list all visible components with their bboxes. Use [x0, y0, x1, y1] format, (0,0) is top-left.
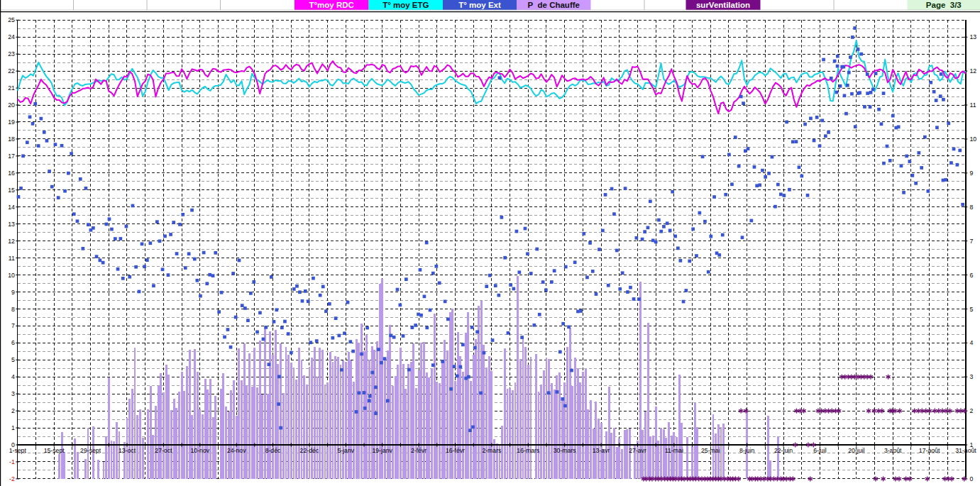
- svg-text:10: 10: [8, 272, 15, 279]
- svg-text:19: 19: [8, 118, 15, 126]
- svg-text:0: 0: [970, 475, 974, 482]
- svg-text:18: 18: [8, 136, 15, 143]
- svg-text:3-août: 3-août: [884, 447, 902, 454]
- svg-text:25-mai: 25-mai: [701, 447, 720, 454]
- svg-text:-2: -2: [9, 475, 15, 482]
- svg-text:29-sept: 29-sept: [80, 447, 101, 454]
- svg-text:24-nov: 24-nov: [227, 447, 246, 454]
- svg-text:16-mars: 16-mars: [517, 447, 540, 454]
- svg-text:22-déc: 22-déc: [300, 447, 319, 454]
- svg-text:5-janv: 5-janv: [337, 447, 354, 454]
- svg-text:15: 15: [8, 187, 15, 194]
- svg-text:P de Chauffe: P de Chauffe: [527, 1, 579, 9]
- svg-text:13: 13: [8, 221, 15, 228]
- svg-text:22-juin: 22-juin: [774, 447, 793, 454]
- svg-text:11-mai: 11-mai: [665, 447, 683, 454]
- svg-text:24: 24: [8, 33, 15, 40]
- svg-text:9: 9: [970, 170, 974, 177]
- svg-text:17-août: 17-août: [919, 447, 940, 454]
- svg-text:23: 23: [8, 50, 15, 57]
- svg-text:surVentilation: surVentilation: [696, 1, 750, 9]
- svg-text:5: 5: [11, 356, 15, 363]
- svg-text:21: 21: [8, 84, 15, 92]
- svg-text:2-mars: 2-mars: [482, 447, 502, 454]
- svg-text:9: 9: [11, 289, 15, 296]
- svg-text:31-août: 31-août: [955, 447, 976, 454]
- svg-text:3: 3: [11, 390, 15, 397]
- svg-text:7: 7: [970, 238, 974, 245]
- svg-text:6: 6: [11, 339, 15, 346]
- svg-text:27-avr: 27-avr: [629, 447, 646, 454]
- svg-text:Page 3/3: Page 3/3: [926, 1, 962, 9]
- svg-text:19-janv: 19-janv: [372, 447, 392, 454]
- svg-text:6: 6: [970, 272, 974, 279]
- svg-text:4: 4: [970, 339, 974, 346]
- svg-text:2: 2: [11, 407, 15, 414]
- svg-text:15-sept: 15-sept: [44, 447, 65, 454]
- svg-text:12: 12: [8, 238, 15, 245]
- svg-text:16: 16: [8, 170, 15, 177]
- svg-text:22: 22: [8, 67, 15, 74]
- svg-text:13: 13: [970, 33, 977, 40]
- svg-text:17: 17: [8, 153, 15, 160]
- svg-text:25: 25: [8, 16, 15, 23]
- svg-text:T° moy ETG: T° moy ETG: [382, 1, 429, 9]
- svg-text:13-avr: 13-avr: [593, 447, 610, 454]
- svg-text:16-févr: 16-févr: [446, 447, 465, 454]
- svg-text:27-oct: 27-oct: [155, 447, 172, 454]
- svg-text:12: 12: [970, 67, 977, 74]
- svg-text:5: 5: [970, 306, 974, 313]
- svg-text:1: 1: [11, 424, 15, 431]
- svg-text:13-oct: 13-oct: [119, 447, 136, 454]
- svg-text:7: 7: [11, 322, 15, 329]
- svg-text:8-déc: 8-déc: [265, 447, 281, 454]
- svg-text:30-mars: 30-mars: [554, 447, 577, 454]
- svg-text:4: 4: [11, 373, 15, 380]
- svg-text:10: 10: [970, 136, 977, 143]
- svg-text:3: 3: [970, 373, 974, 380]
- svg-text:20-juil: 20-juil: [848, 447, 864, 454]
- svg-text:T° moy Ext: T° moy Ext: [458, 1, 501, 9]
- svg-text:8: 8: [970, 204, 974, 211]
- svg-text:-1: -1: [9, 458, 15, 465]
- svg-text:8: 8: [11, 306, 15, 313]
- svg-text:11: 11: [970, 101, 976, 109]
- svg-text:2-févr: 2-févr: [411, 447, 426, 454]
- svg-text:T°moy RDC: T°moy RDC: [309, 1, 354, 9]
- svg-text:6-juil: 6-juil: [813, 447, 826, 454]
- svg-text:8-juin: 8-juin: [739, 447, 754, 454]
- svg-text:2: 2: [970, 407, 974, 414]
- svg-text:11: 11: [9, 255, 15, 262]
- svg-text:20: 20: [8, 101, 15, 109]
- svg-text:10-nov: 10-nov: [191, 447, 210, 454]
- svg-text:14: 14: [8, 204, 15, 211]
- svg-text:1-sept: 1-sept: [9, 447, 27, 454]
